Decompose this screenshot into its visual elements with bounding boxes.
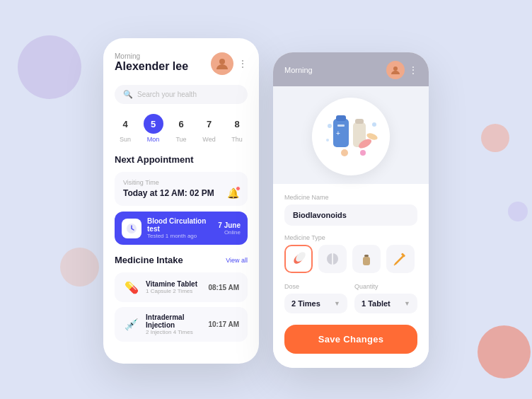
search-bar[interactable]: 🔍 Search your health [115, 85, 248, 104]
medicine-icon-1: 💉 [123, 316, 140, 333]
bg-circle-5 [478, 325, 531, 378]
quantity-label: Quantity [354, 283, 417, 290]
medicine-item-1[interactable]: 💉 Intradermal Injection 2 Injection 4 Ti… [115, 307, 248, 342]
appt-name: Blood Circulation test [147, 217, 212, 233]
right-dots-menu[interactable]: ⋮ [409, 65, 417, 75]
save-changes-button[interactable]: Save Changes [284, 325, 417, 354]
cal-num-2: 6 [171, 114, 191, 134]
dose-dropdown-arrow: ▼ [334, 300, 340, 307]
medicine-image: + [312, 98, 390, 175]
bell-icon: 🔔 [227, 187, 239, 199]
medicine-item-0[interactable]: 💊 Vitamine Tablet 1 Capsule 2 Times 08:1… [115, 272, 248, 302]
dose-value: 2 Times [291, 299, 320, 308]
med-type-capsule[interactable] [284, 245, 313, 273]
phone-left-header: Morning Alexender lee ⋮ [115, 52, 248, 75]
dots-menu[interactable]: ⋮ [238, 58, 248, 69]
svg-point-13 [328, 124, 332, 128]
dose-field: Dose 2 Times ▼ [284, 283, 347, 313]
med-sub-1: 2 Injection 4 Times [146, 329, 202, 335]
quantity-value: 1 Tablet [362, 299, 391, 308]
med-type-tablet[interactable] [318, 245, 347, 273]
svg-point-15 [372, 122, 376, 127]
cal-label-3: Wed [202, 136, 215, 143]
appt-date: 7 June Online [218, 221, 241, 236]
phone-right-header: Morning ⋮ [273, 52, 429, 86]
svg-rect-5 [337, 125, 345, 127]
cal-num-4: 8 [227, 114, 247, 134]
med-type-bottle[interactable] [352, 245, 381, 273]
right-avatar[interactable] [386, 61, 405, 79]
cal-num-0: 4 [115, 114, 135, 134]
cal-day-1[interactable]: 5 Mon [143, 114, 164, 143]
svg-point-10 [341, 149, 348, 156]
visiting-time-row: Today at 12 AM: 02 PM 🔔 [123, 187, 239, 199]
svg-rect-4 [336, 115, 346, 121]
cal-day-2[interactable]: 6 Tue [170, 114, 192, 143]
med-type-injection[interactable] [386, 245, 415, 273]
phones-wrapper: Morning Alexender lee ⋮ 🔍 Search your he… [103, 38, 429, 368]
avatar[interactable] [211, 52, 233, 75]
bg-circle-1 [18, 35, 81, 99]
svg-point-0 [219, 59, 225, 64]
med-time-1: 10:17 AM [208, 320, 239, 328]
med-name-0: Vitamine Tablet [146, 280, 202, 288]
calendar-row: 4 Sun 5 Mon 6 Tue 7 Wed 8 Thu [115, 114, 248, 143]
phone-right-body: Medicine Name Biodlavonoids Medicine Typ… [273, 184, 429, 368]
quantity-field: Quantity 1 Tablet ▼ [354, 283, 417, 313]
med-sub-0: 1 Capsule 2 Times [146, 288, 202, 294]
visiting-time: Today at 12 AM: 02 PM [123, 188, 214, 198]
phone-left: Morning Alexender lee ⋮ 🔍 Search your he… [103, 38, 259, 364]
cal-label-4: Thu [231, 136, 243, 143]
medicine-icon-0: 💊 [123, 279, 140, 296]
cal-num-1: 5 [144, 114, 163, 134]
appt-date-num: 7 June [218, 221, 241, 229]
right-greeting: Morning [284, 66, 313, 74]
svg-rect-22 [363, 257, 370, 265]
appt-date-label: Online [218, 229, 241, 236]
search-icon: 🔍 [123, 90, 133, 99]
bg-circle-2 [60, 248, 99, 287]
cal-label-2: Tue [175, 136, 186, 143]
cal-label-1: Mon [147, 136, 160, 143]
greeting-label: Morning [115, 52, 188, 60]
dose-dropdown[interactable]: 2 Times ▼ [284, 294, 347, 313]
header-right: ⋮ [211, 52, 248, 75]
notification-badge [236, 186, 241, 191]
appt-info: Blood Circulation test Tested 1 month ag… [147, 217, 212, 239]
search-placeholder: Search your health [137, 91, 197, 98]
appointment-section-title: Next Appointment [115, 154, 248, 165]
svg-point-11 [360, 150, 366, 156]
dose-label: Dose [284, 283, 347, 290]
quantity-dropdown-arrow: ▼ [404, 300, 410, 307]
svg-point-2 [393, 66, 398, 71]
svg-line-23 [395, 256, 403, 264]
medicine-section-header: Medicine Intake View all [115, 255, 248, 265]
view-all-link[interactable]: View all [226, 257, 248, 264]
appt-sub: Tested 1 month ago [147, 233, 212, 239]
right-header-icons: ⋮ [386, 61, 417, 79]
medicine-type-row [284, 245, 417, 273]
medicine-name-input[interactable]: Biodlavonoids [284, 204, 417, 226]
quantity-dropdown[interactable]: 1 Tablet ▼ [354, 294, 417, 313]
cal-day-0[interactable]: 4 Sun [115, 114, 136, 143]
svg-text:+: + [336, 129, 340, 137]
cal-day-3[interactable]: 7 Wed [199, 114, 220, 143]
svg-rect-8 [355, 119, 364, 124]
dose-qty-row: Dose 2 Times ▼ Quantity 1 Tablet ▼ [284, 283, 417, 313]
medicine-type-label: Medicine Type [284, 234, 417, 241]
bg-circle-3 [481, 124, 509, 152]
med-time-0: 08:15 AM [208, 284, 239, 291]
user-info: Morning Alexender lee [115, 52, 188, 73]
user-name: Alexender lee [115, 60, 188, 73]
med-name-1: Intradermal Injection [146, 313, 202, 329]
appointment-item[interactable]: Blood Circulation test Tested 1 month ag… [115, 212, 248, 245]
svg-rect-21 [364, 255, 369, 257]
cal-day-4[interactable]: 8 Thu [226, 114, 248, 143]
medicine-illustration: + [273, 86, 429, 184]
phone-right: Morning ⋮ + [273, 52, 429, 368]
bg-circle-4 [508, 202, 528, 221]
svg-line-25 [394, 264, 395, 265]
medicine-name-label: Medicine Name [284, 194, 417, 201]
cal-label-0: Sun [120, 136, 131, 143]
appt-item-icon [122, 219, 141, 238]
